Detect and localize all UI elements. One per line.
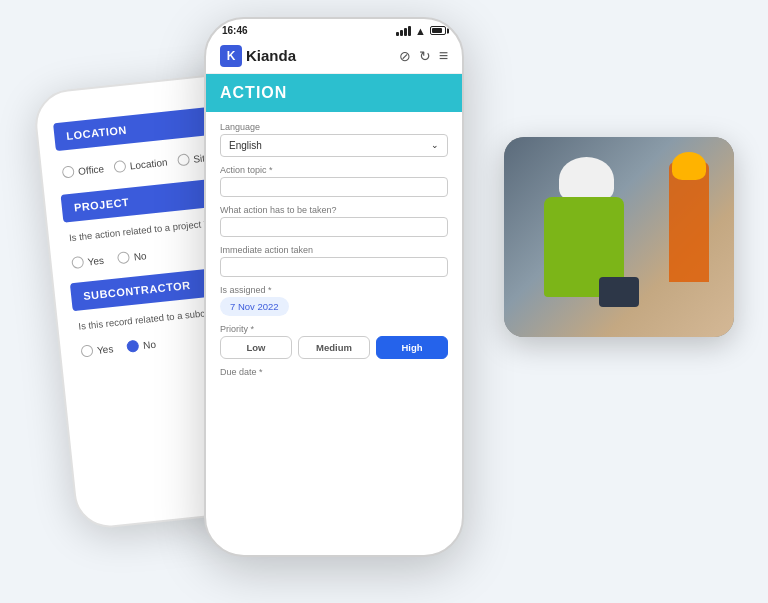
photo-card (504, 137, 734, 337)
battery-icon (430, 26, 446, 35)
assigned-field: Is assigned * 7 Nov 2022 (220, 285, 448, 316)
assigned-date-chip[interactable]: 7 Nov 2022 (220, 297, 289, 316)
worker-tablet (599, 277, 639, 307)
kianda-k-icon: K (220, 45, 242, 67)
what-action-field: What action has to be taken? (220, 205, 448, 237)
worker2-hat (672, 152, 706, 180)
action-topic-input[interactable] (220, 177, 448, 197)
photo-background (504, 137, 734, 337)
header-icons: ⊘ ↻ ≡ (399, 47, 448, 65)
radio-circle-sub-yes (80, 344, 93, 357)
radio-sub-yes[interactable]: Yes (80, 342, 113, 357)
phone-notch (294, 19, 374, 41)
signal-icon (396, 26, 411, 36)
priority-low[interactable]: Low (220, 336, 292, 359)
priority-medium[interactable]: Medium (298, 336, 370, 359)
language-value: English (229, 140, 262, 151)
language-label: Language (220, 122, 448, 132)
worker-hard-hat (559, 157, 614, 202)
radio-label-project-no: No (133, 249, 147, 261)
status-time: 16:46 (222, 25, 248, 36)
radio-label-location: Location (129, 156, 168, 171)
assigned-label: Is assigned * (220, 285, 448, 295)
immediate-action-label: Immediate action taken (220, 245, 448, 255)
priority-label: Priority * (220, 324, 448, 334)
form-scroll: Language English ⌄ Action topic * What a… (206, 112, 462, 387)
radio-office[interactable]: Office (62, 162, 105, 178)
refresh-icon[interactable]: ↻ (419, 48, 431, 64)
radio-circle-project-no (117, 251, 130, 264)
radio-circle-site (177, 153, 190, 166)
radio-label-project-yes: Yes (87, 254, 104, 267)
kianda-logo: K Kianda (220, 45, 296, 67)
priority-high[interactable]: High (376, 336, 448, 359)
scene: LOCATION Office Location Site Others (34, 17, 734, 587)
action-banner: ACTION (206, 74, 462, 112)
action-topic-field: Action topic * (220, 165, 448, 197)
radio-circle-project-yes (71, 255, 84, 268)
app-header: K Kianda ⊘ ↻ ≡ (206, 39, 462, 74)
menu-icon[interactable]: ≡ (439, 47, 448, 65)
worker-vest (544, 197, 624, 297)
priority-group: Low Medium High (220, 336, 448, 359)
phone-front: 16:46 ▲ K Kianda ⊘ (204, 17, 464, 557)
immediate-action-field: Immediate action taken (220, 245, 448, 277)
app-name: Kianda (246, 47, 296, 64)
language-field: Language English ⌄ (220, 122, 448, 157)
language-input[interactable]: English ⌄ (220, 134, 448, 157)
what-action-input[interactable] (220, 217, 448, 237)
due-date-label: Due date * (220, 367, 448, 377)
immediate-action-input[interactable] (220, 257, 448, 277)
radio-circle-office (62, 165, 75, 178)
worker2-body (669, 162, 709, 282)
wifi-icon: ▲ (415, 25, 426, 37)
radio-project-yes[interactable]: Yes (71, 253, 104, 268)
due-date-field: Due date * (220, 367, 448, 377)
action-topic-label: Action topic * (220, 165, 448, 175)
chevron-down-icon: ⌄ (431, 140, 439, 150)
wifi-slash-icon[interactable]: ⊘ (399, 48, 411, 64)
radio-location[interactable]: Location (113, 155, 168, 173)
status-icons: ▲ (396, 25, 446, 37)
radio-project-no[interactable]: No (117, 249, 147, 264)
radio-sub-no[interactable]: No (127, 337, 157, 352)
what-action-label: What action has to be taken? (220, 205, 448, 215)
radio-label-office: Office (78, 162, 105, 176)
radio-circle-location (113, 159, 126, 172)
radio-circle-sub-no (127, 339, 140, 352)
priority-field: Priority * Low Medium High (220, 324, 448, 359)
radio-label-sub-yes: Yes (96, 342, 113, 355)
radio-label-sub-no: No (142, 338, 156, 350)
